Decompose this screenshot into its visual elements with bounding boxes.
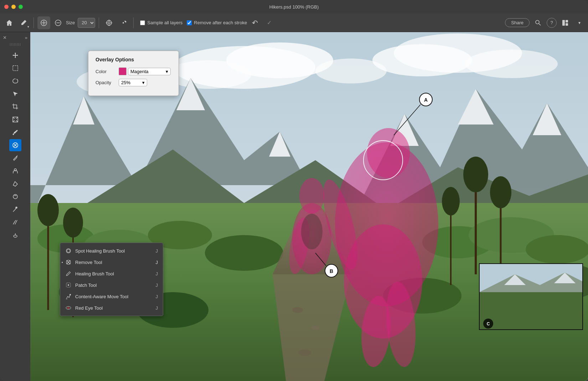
- tool-row-blur: [9, 190, 21, 203]
- svg-point-87: [37, 194, 59, 226]
- svg-point-53: [526, 235, 588, 264]
- remove-after-stroke-checkbox[interactable]: [187, 20, 192, 25]
- tool-row-marquee: [9, 62, 21, 75]
- tool-row-heal: [9, 139, 21, 152]
- svg-point-102: [68, 284, 69, 286]
- eraser-tool[interactable]: [9, 178, 21, 190]
- opacity-dropdown-arrow: ▾: [142, 80, 145, 85]
- tools-panel-close-icon[interactable]: ✕: [3, 35, 7, 40]
- main-area: Overlay Options Color Magenta ▾ Opacity …: [0, 32, 588, 381]
- patch-tool-shortcut: J: [156, 283, 158, 288]
- size-minus-button[interactable]: [52, 16, 65, 29]
- dodge-tool[interactable]: [9, 229, 21, 241]
- remove-tool-label: Remove Tool: [75, 260, 102, 265]
- heal-tool[interactable]: [9, 139, 21, 151]
- traffic-lights: [4, 5, 23, 9]
- panel-toggle-button[interactable]: ▾: [574, 17, 585, 29]
- content-aware-shortcut: J: [156, 294, 158, 299]
- tools-grip: [10, 43, 21, 46]
- svg-point-33: [372, 44, 472, 76]
- svg-rect-93: [479, 292, 583, 330]
- svg-point-22: [12, 134, 14, 135]
- flyout-remove[interactable]: Remove Tool J: [60, 256, 163, 268]
- size-select[interactable]: 20 10 30 50: [78, 18, 95, 28]
- marquee-tool[interactable]: [9, 62, 21, 74]
- search-button[interactable]: [532, 17, 544, 29]
- content-aware-icon: [65, 293, 72, 300]
- color-dropdown[interactable]: Magenta ▾: [128, 68, 171, 75]
- eyedropper-button[interactable]: ▾: [17, 16, 30, 29]
- lasso-tool[interactable]: [9, 75, 21, 87]
- overlay-opacity-row: Opacity 25% ▾: [96, 79, 171, 86]
- heal-brush-icon: [65, 270, 72, 277]
- move-tool[interactable]: [9, 49, 21, 61]
- toolbar: ▾ Size 20 10 30 50: [0, 14, 588, 32]
- flyout-patch[interactable]: Patch Tool J: [60, 279, 163, 291]
- tool-row-pen: [9, 203, 21, 216]
- svg-point-73: [301, 214, 323, 249]
- svg-point-62: [298, 350, 311, 356]
- spot-heal-shortcut: J: [156, 248, 158, 254]
- red-eye-icon: [65, 305, 72, 311]
- svg-point-65: [367, 128, 410, 178]
- crop-tool[interactable]: [9, 101, 21, 113]
- svg-point-26: [16, 207, 17, 208]
- color-value: Magenta: [130, 69, 149, 74]
- svg-text:C: C: [487, 321, 490, 326]
- sample-all-layers-checkbox[interactable]: [140, 20, 145, 25]
- share-button[interactable]: Share: [505, 18, 530, 27]
- flyout-heal[interactable]: Healing Brush Tool J: [60, 268, 163, 279]
- stamp-tool[interactable]: [9, 165, 21, 177]
- remove-after-stroke-label: Remove after each stroke: [194, 20, 247, 25]
- opacity-dropdown[interactable]: 25% ▾: [119, 79, 147, 86]
- color-swatch[interactable]: [119, 67, 127, 75]
- help-button[interactable]: ?: [547, 18, 557, 28]
- svg-point-36: [315, 59, 387, 83]
- brush-tool[interactable]: [9, 152, 21, 164]
- frame-tool[interactable]: [9, 113, 21, 126]
- blur-tool[interactable]: [9, 190, 21, 203]
- flyout-red-eye[interactable]: Red Eye Tool J: [60, 302, 163, 314]
- pen-tool[interactable]: [9, 203, 21, 215]
- tools-panel: ✕ »: [0, 32, 30, 381]
- heal-tool-button[interactable]: [37, 16, 50, 29]
- overlay-color-row: Color Magenta ▾: [96, 67, 171, 75]
- tool-row-dodge: [9, 229, 21, 242]
- tool-row-brush: [9, 152, 21, 164]
- svg-point-6: [108, 22, 110, 24]
- svg-point-89: [63, 208, 83, 238]
- overlay-color-label: Color: [96, 69, 119, 74]
- svg-text:B: B: [330, 268, 333, 274]
- svg-line-12: [539, 24, 541, 25]
- target-button[interactable]: [103, 16, 115, 29]
- overlay-opacity-label: Opacity: [96, 80, 119, 85]
- undo-button[interactable]: ↶: [248, 16, 261, 29]
- layout-button[interactable]: [559, 17, 571, 29]
- toolbar-divider: [33, 17, 34, 28]
- size-label: Size: [66, 20, 75, 25]
- svg-point-103: [69, 294, 71, 295]
- opacity-value: 25%: [121, 80, 130, 85]
- commit-button[interactable]: ✓: [263, 16, 275, 29]
- home-button[interactable]: [3, 16, 16, 29]
- remove-after-stroke-group: Remove after each stroke: [187, 20, 247, 25]
- flyout-spot-heal[interactable]: Spot Healing Brush Tool J: [60, 245, 163, 256]
- svg-point-61: [311, 326, 320, 330]
- maximize-button[interactable]: [19, 5, 23, 9]
- blend-tool[interactable]: [9, 216, 21, 228]
- svg-point-85: [442, 187, 460, 215]
- select-tool[interactable]: [9, 88, 21, 100]
- svg-point-25: [13, 194, 17, 199]
- tool-row-frame: [9, 113, 21, 126]
- flyout-content-aware[interactable]: Content-Aware Move Tool J: [60, 291, 163, 302]
- close-button[interactable]: [4, 5, 9, 9]
- toolbar-divider-2: [99, 17, 99, 28]
- eyedropper-tool[interactable]: [9, 126, 21, 138]
- tools-panel-expand-icon[interactable]: »: [25, 35, 27, 40]
- svg-point-34: [465, 50, 558, 78]
- sample-all-layers-label: Sample all layers: [147, 20, 182, 25]
- settings-button[interactable]: [117, 16, 130, 29]
- tools-panel-header: ✕ »: [0, 34, 30, 42]
- minimize-button[interactable]: [11, 5, 16, 9]
- toolbar-right: Share ? ▾: [505, 17, 585, 29]
